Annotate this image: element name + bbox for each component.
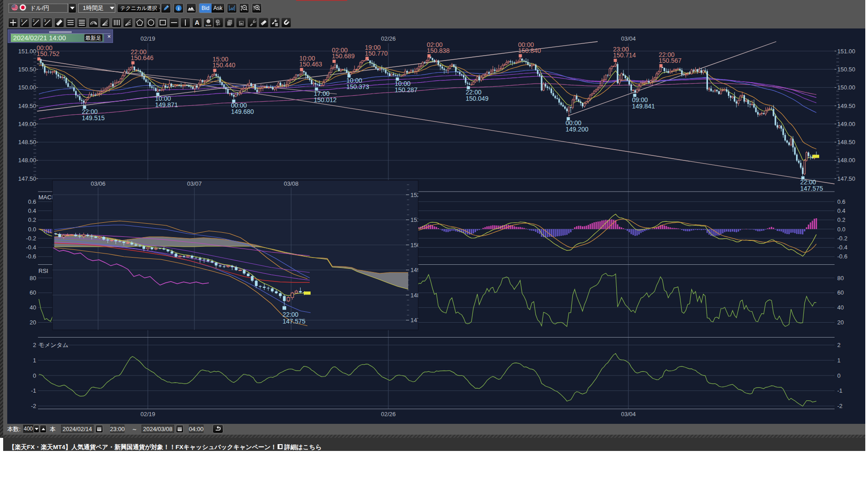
svg-text:60: 60 [837,289,844,296]
svg-text:-1: -1 [837,387,843,394]
svg-text:0: 0 [837,372,840,379]
svg-text:22:00: 22:00 [283,311,298,318]
svg-text:0.6: 0.6 [28,198,36,205]
svg-text:-0.6: -0.6 [26,253,36,260]
svg-text:149.515: 149.515 [82,114,105,122]
svg-text:02/19: 02/19 [141,411,156,418]
svg-text:149.871: 149.871 [155,101,178,108]
svg-text:02/19: 02/19 [141,35,156,42]
svg-text:RSI: RSI [38,267,48,274]
svg-text:03/06: 03/06 [91,180,106,187]
svg-text:40: 40 [837,304,844,311]
svg-text:40: 40 [30,304,36,311]
svg-text:149.841: 149.841 [632,103,655,110]
svg-text:150.012: 150.012 [314,96,337,103]
svg-text:-0.2: -0.2 [837,235,847,242]
svg-text:151.00: 151.00 [837,48,855,55]
svg-text:A: A [195,19,199,26]
svg-text:0: 0 [33,372,36,379]
svg-text:icon: icon [206,24,212,27]
svg-text:2: 2 [837,342,840,348]
svg-text:02/26: 02/26 [381,411,396,418]
svg-text:150.373: 150.373 [346,83,369,90]
svg-text:149.680: 149.680 [231,108,254,115]
svg-text:150.752: 150.752 [37,50,60,57]
svg-text:03/08: 03/08 [284,180,299,187]
svg-text:02/26: 02/26 [381,35,396,42]
svg-text:20: 20 [837,319,844,326]
svg-text:150.00: 150.00 [837,84,855,91]
svg-text:150.50: 150.50 [837,66,855,73]
svg-text:1: 1 [33,357,36,364]
svg-text:148.00: 148.00 [18,157,36,164]
svg-text:i: i [178,6,179,11]
svg-text:150.770: 150.770 [365,50,388,57]
svg-text:0.2: 0.2 [28,216,36,223]
svg-text:150.838: 150.838 [427,47,450,54]
svg-text:3: 3 [44,19,46,22]
svg-text:149.00: 149.00 [18,121,36,127]
svg-text:0.0: 0.0 [837,226,845,233]
svg-text:-2: -2 [31,403,36,409]
svg-text:148.50: 148.50 [18,139,36,145]
svg-text:60: 60 [30,289,36,296]
svg-text:149.00: 149.00 [837,121,855,127]
svg-text:149.200: 149.200 [566,126,589,133]
svg-text:03/04: 03/04 [621,411,636,418]
svg-text:150.463: 150.463 [299,61,322,68]
svg-text:147.50: 147.50 [837,175,855,182]
svg-text:-0.4: -0.4 [837,244,847,251]
svg-text:2: 2 [33,19,35,22]
svg-text:-0.2: -0.2 [26,235,36,242]
svg-text:80: 80 [837,275,844,282]
svg-text:1: 1 [837,357,840,364]
svg-text:-1: -1 [31,387,36,394]
svg-text:150.567: 150.567 [659,57,682,64]
svg-text:150.00: 150.00 [18,84,36,91]
svg-text:03/07: 03/07 [187,180,202,187]
svg-text:0.6: 0.6 [837,198,845,205]
svg-text:147.575: 147.575 [800,185,823,192]
svg-text:20: 20 [30,319,36,326]
svg-text:0.2: 0.2 [837,216,845,223]
svg-text:150.714: 150.714 [613,52,636,59]
svg-text:1: 1 [21,19,23,22]
svg-text:03/04: 03/04 [621,35,636,42]
svg-text:147.50: 147.50 [18,175,36,182]
svg-text:148.00: 148.00 [837,157,855,164]
svg-text:-0.6: -0.6 [837,253,847,260]
svg-text:150.287: 150.287 [395,86,418,94]
svg-text:0.4: 0.4 [837,207,845,214]
svg-text:80: 80 [30,275,36,282]
svg-text:149.50: 149.50 [18,103,36,109]
svg-text:0.0: 0.0 [28,226,36,233]
svg-text:-0.4: -0.4 [26,244,36,251]
svg-text:0.4: 0.4 [28,207,36,214]
svg-text:モメンタム: モメンタム [38,342,69,348]
svg-text:150.50: 150.50 [18,66,36,73]
svg-text:148.50: 148.50 [837,139,855,145]
svg-text:149.50: 149.50 [837,103,855,109]
svg-text:150.646: 150.646 [131,54,154,61]
svg-text:-2: -2 [837,403,843,409]
svg-text:2: 2 [33,342,36,348]
svg-text:151.00: 151.00 [18,48,36,55]
svg-text:147.575: 147.575 [283,318,306,325]
svg-text:150.840: 150.840 [518,47,541,54]
svg-text:150.440: 150.440 [212,61,236,69]
svg-text:150.689: 150.689 [332,52,355,60]
svg-text:150.049: 150.049 [466,95,489,102]
